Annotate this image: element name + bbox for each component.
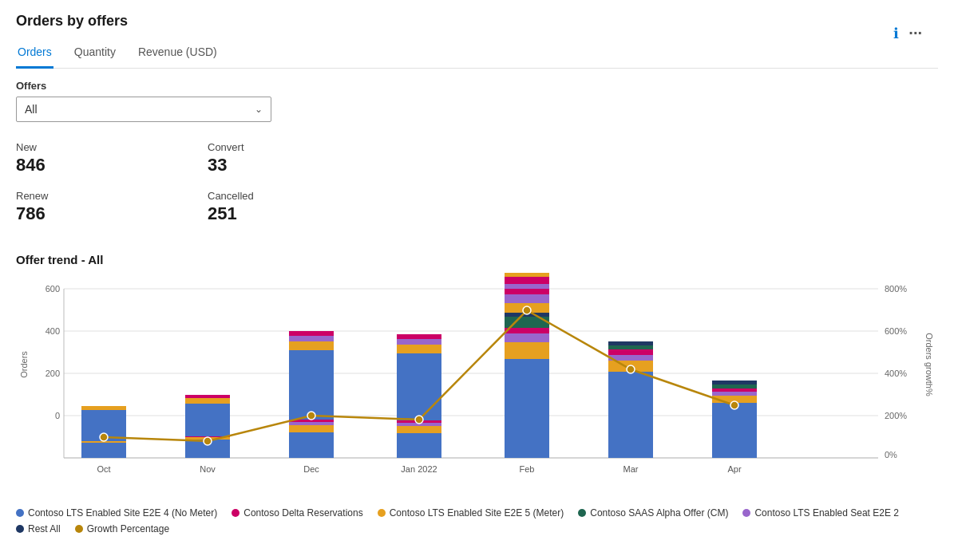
legend-label-3: Contoso SAAS Alpha Offer (CM) (590, 507, 728, 519)
svg-text:Dec: Dec (303, 464, 319, 474)
metrics-grid: New 846 Convert 33 Renew 786 Cancelled 2… (16, 136, 399, 234)
svg-rect-37 (397, 334, 441, 339)
svg-text:Feb: Feb (520, 464, 535, 474)
svg-rect-80 (712, 381, 757, 385)
svg-rect-31 (289, 341, 334, 350)
metric-convert: Convert 33 (208, 136, 399, 185)
svg-rect-73 (608, 345, 653, 349)
legend-dot-gold (75, 525, 83, 533)
svg-text:Orders growth%: Orders growth% (924, 333, 934, 396)
svg-point-87 (730, 401, 738, 409)
svg-rect-79 (712, 385, 757, 388)
svg-rect-33 (289, 331, 334, 336)
svg-text:200: 200 (46, 369, 60, 378)
svg-text:600%: 600% (885, 326, 907, 336)
svg-text:600: 600 (46, 284, 60, 294)
svg-rect-61 (505, 289, 549, 294)
svg-rect-72 (608, 349, 653, 355)
svg-text:Jan 2022: Jan 2022 (401, 464, 437, 474)
legend-label-6: Growth Percentage (87, 523, 169, 534)
svg-text:Apr: Apr (727, 464, 741, 474)
svg-point-83 (307, 412, 315, 420)
svg-rect-64 (505, 342, 549, 359)
svg-point-84 (415, 416, 423, 424)
more-options-icon[interactable]: ··· (908, 24, 922, 42)
svg-rect-77 (712, 392, 757, 396)
tab-orders[interactable]: Orders (16, 39, 53, 69)
svg-rect-45 (81, 443, 126, 458)
legend-item-growth-percentage: Growth Percentage (75, 523, 169, 534)
legend-dot-orange (378, 509, 386, 517)
svg-rect-26 (81, 406, 126, 410)
svg-text:Nov: Nov (200, 464, 216, 474)
legend-item-contoso-delta: Contoso Delta Reservations (232, 507, 362, 519)
svg-rect-36 (397, 339, 441, 345)
svg-rect-63 (505, 359, 549, 458)
legend-item-contoso-lts-site-e2e4: Contoso LTS Enabled Site E2E 4 (No Meter… (16, 507, 217, 519)
svg-rect-32 (289, 336, 334, 341)
svg-rect-75 (712, 403, 757, 458)
legend-label-2: Contoso LTS Enabled Site E2E 5 (Meter) (390, 507, 564, 519)
svg-point-85 (523, 306, 531, 314)
legend-dot-blue (16, 509, 24, 517)
svg-rect-69 (608, 372, 653, 458)
offers-label: Offers (16, 80, 938, 92)
tabs-bar: Orders Quantity Revenue (USD) (16, 39, 938, 69)
svg-rect-51 (289, 425, 334, 432)
chart-container: 600 400 200 0 800% 600% 400% 200% 0% Ord… (16, 273, 938, 499)
tab-quantity[interactable]: Quantity (73, 39, 117, 69)
svg-rect-35 (397, 345, 441, 353)
legend-dot-pink (232, 509, 239, 517)
tab-revenue[interactable]: Revenue (USD) (137, 39, 219, 69)
svg-point-86 (627, 365, 635, 373)
svg-text:Mar: Mar (623, 464, 639, 474)
svg-text:800%: 800% (885, 284, 907, 294)
svg-rect-50 (289, 432, 334, 458)
metric-renew: Renew 786 (16, 185, 208, 234)
legend-dot-navy (16, 525, 24, 533)
legend-item-rest-all: Rest All (16, 523, 61, 534)
legend-item-contoso-lts-site-e2e5: Contoso LTS Enabled Site E2E 5 (Meter) (378, 507, 564, 519)
legend-dot-teal (578, 509, 586, 517)
svg-rect-60 (505, 294, 549, 303)
info-icon[interactable]: ℹ (893, 25, 899, 42)
legend-dot-purple (742, 509, 750, 517)
svg-rect-55 (397, 426, 441, 433)
legend-item-contoso-saas: Contoso SAAS Alpha Offer (CM) (578, 507, 728, 519)
header-icons: ℹ ··· (893, 24, 922, 42)
chart-svg: 600 400 200 0 800% 600% 400% 200% 0% Ord… (16, 273, 934, 496)
offers-dropdown[interactable]: All ⌄ (16, 97, 271, 122)
legend-label-5: Rest All (28, 523, 61, 534)
svg-rect-29 (185, 395, 230, 398)
svg-text:0: 0 (55, 411, 60, 420)
svg-rect-74 (608, 341, 653, 345)
svg-rect-54 (397, 433, 441, 458)
page-title: Orders by offers (16, 13, 938, 30)
dropdown-value: All (25, 103, 38, 116)
chevron-down-icon: ⌄ (255, 104, 263, 115)
svg-rect-42 (505, 273, 549, 277)
svg-point-81 (100, 433, 108, 441)
svg-text:0%: 0% (885, 450, 897, 459)
svg-text:200%: 200% (885, 411, 907, 420)
svg-rect-52 (289, 422, 334, 425)
chart-section: Offer trend - All 600 400 200 0 800% 600… (16, 253, 938, 534)
svg-rect-66 (505, 328, 549, 333)
legend-label-4: Contoso LTS Enabled Seat E2E 2 (754, 507, 899, 519)
svg-text:Oct: Oct (97, 464, 110, 474)
svg-text:Orders: Orders (19, 351, 29, 378)
legend-item-contoso-lts-seat: Contoso LTS Enabled Seat E2E 2 (742, 507, 899, 519)
legend-label-1: Contoso Delta Reservations (243, 507, 362, 519)
metric-new: New 846 (16, 136, 208, 185)
legend-label-0: Contoso LTS Enabled Site E2E 4 (No Meter… (28, 507, 217, 519)
chart-title: Offer trend - All (16, 253, 938, 266)
svg-rect-78 (712, 388, 757, 392)
svg-point-82 (204, 437, 212, 445)
svg-text:400%: 400% (885, 369, 907, 378)
chart-legend: Contoso LTS Enabled Site E2E 4 (No Meter… (16, 507, 938, 534)
svg-rect-65 (505, 333, 549, 342)
svg-rect-28 (185, 398, 230, 404)
svg-rect-41 (505, 277, 549, 284)
metric-cancelled: Cancelled 251 (208, 185, 399, 234)
svg-text:400: 400 (46, 326, 60, 336)
